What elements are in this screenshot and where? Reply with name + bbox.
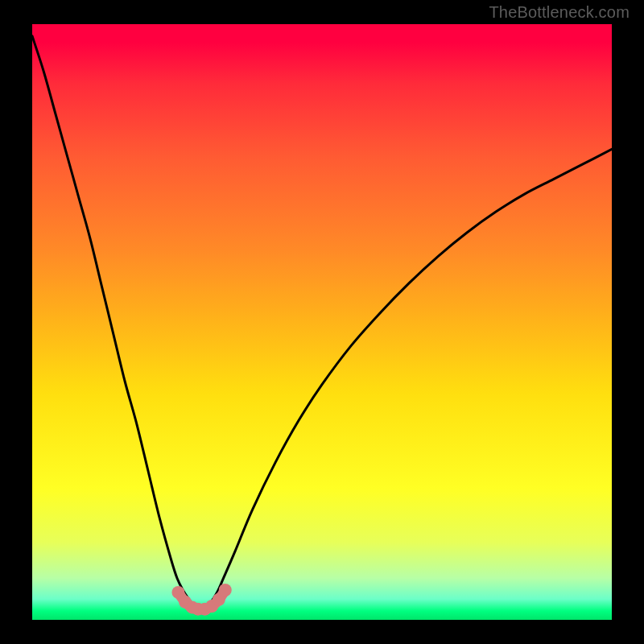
bottleneck-curve [32, 36, 612, 609]
curve-layer [32, 24, 612, 620]
plot-area [32, 24, 612, 620]
minimum-marker [171, 584, 231, 616]
marker-bead [219, 584, 232, 597]
curve-path [32, 36, 612, 609]
chart-frame: TheBottleneck.com [0, 0, 644, 644]
watermark-text: TheBottleneck.com [489, 3, 630, 22]
